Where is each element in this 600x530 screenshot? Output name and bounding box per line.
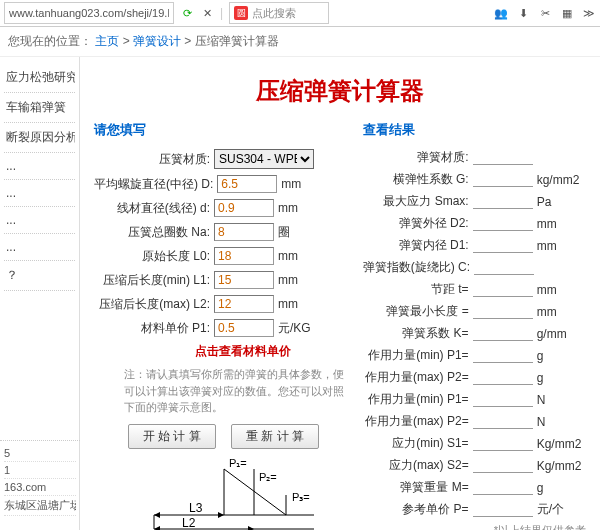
url-input[interactable]	[4, 2, 174, 24]
sidebar-item[interactable]: ...	[4, 207, 75, 234]
result-row: 弹簧最小长度 =mm	[363, 303, 586, 320]
stop-icon[interactable]: ✕	[200, 6, 214, 20]
result-row: 弹簧材质:	[363, 149, 586, 166]
svg-text:L3: L3	[189, 501, 203, 515]
sidebar-item[interactable]: ...	[4, 153, 75, 180]
input-Na[interactable]	[214, 223, 274, 241]
search-placeholder: 点此搜索	[252, 6, 296, 21]
results-footnote: *以上结果仅供参考	[363, 523, 586, 530]
result-row: 弹簧系数 K=g/mm	[363, 325, 586, 342]
breadcrumb-home[interactable]: 主页	[95, 34, 119, 48]
svg-marker-14	[154, 526, 160, 531]
contact-block: 51163.com东城区温塘广场路119-	[0, 440, 80, 520]
input-L2[interactable]	[214, 295, 274, 313]
people-icon[interactable]: 👥	[494, 6, 508, 20]
sidebar-item[interactable]: ...	[4, 180, 75, 207]
result-row: 应力(max) S2=Kg/mm2	[363, 457, 586, 474]
material-select[interactable]: SUS304 - WPB	[214, 149, 314, 169]
result-row: 作用力量(min) P1=N	[363, 391, 586, 408]
svg-marker-12	[154, 512, 160, 518]
input-dw[interactable]	[214, 199, 274, 217]
sidebar-item[interactable]: 车输箱弹簧	[4, 93, 75, 123]
result-row: 作用力量(min) P1=g	[363, 347, 586, 364]
svg-text:L2: L2	[182, 516, 196, 530]
result-row: 应力(min) S1=Kg/mm2	[363, 435, 586, 452]
svg-text:P₃=: P₃=	[292, 491, 310, 503]
sidebar-item[interactable]: 应力松弛研究	[4, 63, 75, 93]
refresh-icon[interactable]: ⟳	[180, 6, 194, 20]
breadcrumb-cat[interactable]: 弹簧设计	[133, 34, 181, 48]
sidebar-item[interactable]: 断裂原因分析	[4, 123, 75, 153]
result-row: 弹簧外径 D2:mm	[363, 215, 586, 232]
material-price-link[interactable]: 点击查看材料单价	[134, 343, 353, 360]
more-icon[interactable]: ≫	[582, 6, 596, 20]
result-row: 弹簧指数(旋绕比) C:	[363, 259, 586, 276]
input-L0[interactable]	[214, 247, 274, 265]
engine-icon: 圆	[234, 6, 248, 20]
form-header: 请您填写	[94, 121, 353, 139]
search-box[interactable]: 圆 点此搜索	[229, 2, 329, 24]
svg-text:P₁=: P₁=	[229, 457, 247, 469]
page-title: 压缩弹簧计算器	[94, 75, 586, 107]
svg-marker-15	[248, 526, 254, 531]
result-row: 作用力量(max) P2=N	[363, 413, 586, 430]
input-L1[interactable]	[214, 271, 274, 289]
ext-icon[interactable]: ▦	[560, 6, 574, 20]
input-P1[interactable]	[214, 319, 274, 337]
result-row: 参考单价 P=元/个	[363, 501, 586, 518]
result-row: 节距 t=mm	[363, 281, 586, 298]
download-icon[interactable]: ⬇	[516, 6, 530, 20]
result-row: 弹簧重量 M=g	[363, 479, 586, 496]
result-row: 横弹性系数 G:kg/mm2	[363, 171, 586, 188]
calculate-button[interactable]: 开 始 计 算	[128, 424, 216, 449]
form-note: 注：请认真填写你所需的弹簧的具体参数，便可以计算出该弹簧对应的数值。您还可以对照…	[124, 366, 353, 416]
results-header: 查看结果	[363, 121, 586, 139]
sidebar-item[interactable]: ？	[4, 261, 75, 291]
result-row: 作用力量(max) P2=g	[363, 369, 586, 386]
spring-diagram: P₁= P₂= P₃= L3 L2	[124, 457, 353, 531]
breadcrumb: 您现在的位置： 主页 > 弹簧设计 > 压缩弹簧计算器	[0, 27, 600, 57]
reset-button[interactable]: 重 新 计 算	[231, 424, 319, 449]
result-row: 最大应力 Smax:Pa	[363, 193, 586, 210]
result-row: 弹簧内径 D1:mm	[363, 237, 586, 254]
sidebar-item[interactable]: ...	[4, 234, 75, 261]
svg-marker-13	[218, 512, 224, 518]
clip-icon[interactable]: ✂	[538, 6, 552, 20]
input-D[interactable]	[217, 175, 277, 193]
svg-text:P₂=: P₂=	[259, 471, 277, 483]
